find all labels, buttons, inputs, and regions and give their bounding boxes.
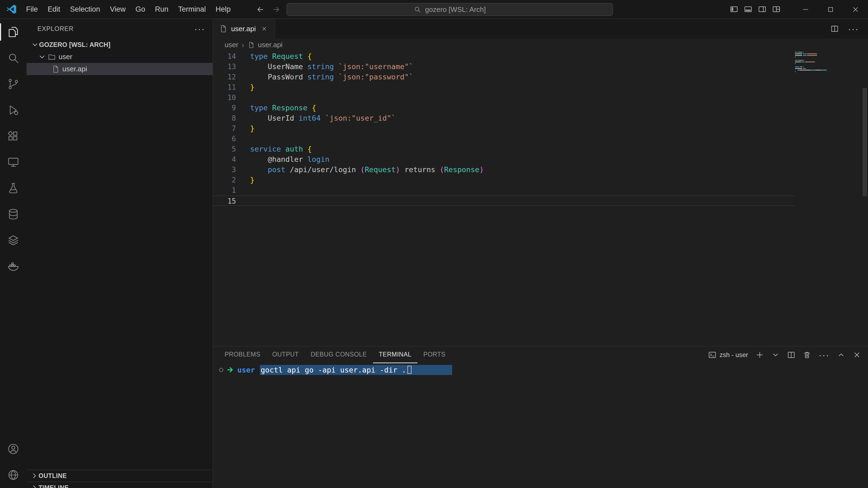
tree-item-label: user	[59, 53, 72, 61]
panel-tab-terminal[interactable]: TERMINAL	[373, 347, 417, 363]
toggle-sidebar-icon[interactable]	[727, 0, 741, 19]
code-line: 3 post /api/user/login (Request) returns…	[213, 165, 795, 175]
activity-layers-icon[interactable]	[0, 227, 27, 253]
activity-source-control-icon[interactable]	[0, 71, 27, 97]
file-icon	[248, 41, 255, 48]
close-panel-icon[interactable]	[853, 351, 861, 359]
breadcrumb-file[interactable]: user.api	[258, 41, 283, 49]
panel-tab-problems[interactable]: PROBLEMS	[219, 347, 267, 363]
panel-tab-output[interactable]: OUTPUT	[267, 347, 305, 363]
tree-item-user[interactable]: user	[27, 51, 213, 63]
panel-tab-debug-console[interactable]: DEBUG CONSOLE	[305, 347, 373, 363]
menu-go[interactable]: Go	[130, 0, 150, 19]
line-number: 2	[213, 175, 236, 185]
minimap[interactable]	[795, 52, 830, 76]
split-terminal-icon[interactable]	[787, 351, 795, 359]
menu-help[interactable]: Help	[211, 0, 236, 19]
activity-testing-icon[interactable]	[0, 175, 27, 201]
line-number: 15	[213, 196, 236, 205]
panel-tabs: PROBLEMSOUTPUTDEBUG CONSOLETERMINALPORTS	[219, 347, 452, 363]
tree-root-folder[interactable]: GOZERO [WSL: ARCH]	[27, 38, 213, 51]
file-tree: GOZERO [WSL: ARCH] useruser.api	[27, 38, 213, 469]
line-text: service auth {	[236, 144, 312, 154]
section-timeline[interactable]: TIMELINE	[27, 482, 213, 488]
editor-column: user.api ··· user › user.api 14type Requ…	[213, 19, 868, 488]
maximize-panel-chevron-icon[interactable]	[837, 351, 845, 359]
line-number: 11	[213, 82, 236, 93]
activity-database-icon[interactable]	[0, 201, 27, 227]
line-number: 12	[213, 72, 236, 82]
command-decoration-icon[interactable]	[219, 368, 223, 372]
minimap-row	[795, 65, 830, 66]
activity-globe-icon[interactable]	[0, 462, 27, 488]
line-number: 8	[213, 113, 236, 123]
menu-view[interactable]: View	[105, 0, 130, 19]
minimize-button[interactable]	[793, 0, 818, 19]
line-text: }	[236, 82, 254, 93]
minimap-row	[795, 60, 830, 61]
menu-selection[interactable]: Selection	[65, 0, 105, 19]
activity-account-icon[interactable]	[0, 436, 27, 462]
line-text: type Request {	[236, 51, 312, 62]
activity-search-icon[interactable]	[0, 45, 27, 71]
code-line: 10	[213, 93, 795, 103]
toggle-secondary-sidebar-icon[interactable]	[755, 0, 769, 19]
editor-scrollbar[interactable]	[863, 88, 867, 196]
customize-layout-icon[interactable]	[769, 0, 783, 19]
minimap-row	[795, 70, 830, 70]
line-number: 4	[213, 154, 236, 165]
panel-tab-ports[interactable]: PORTS	[417, 347, 452, 363]
terminal[interactable]: user goctl api go -api user.api -dir .	[213, 363, 868, 488]
activity-bar	[0, 19, 27, 488]
search-icon	[414, 6, 421, 13]
explorer-sidebar: EXPLORER ··· GOZERO [WSL: ARCH] useruser…	[27, 19, 213, 488]
forward-arrow-button[interactable]	[271, 3, 282, 15]
menu-terminal[interactable]: Terminal	[173, 0, 211, 19]
toggle-panel-icon[interactable]	[741, 0, 755, 19]
panel-more-actions-icon[interactable]: ···	[818, 352, 830, 358]
section-label: OUTLINE	[38, 472, 67, 480]
sidebar-more-actions-icon[interactable]: ···	[194, 26, 205, 31]
panel-actions: zsh - user ···	[708, 347, 861, 363]
code-line: 4 @handler login	[213, 154, 795, 165]
activity-run-debug-icon[interactable]	[0, 97, 27, 123]
activity-docker-icon[interactable]	[0, 253, 27, 279]
breadcrumb-folder[interactable]: user	[225, 41, 239, 49]
activity-remote-explorer-icon[interactable]	[0, 149, 27, 175]
chevron-down-icon	[31, 41, 39, 49]
maximize-button[interactable]	[818, 0, 843, 19]
tab-close-icon[interactable]	[259, 24, 269, 33]
code-editor[interactable]: 14type Request {13 UserName string `json…	[213, 51, 795, 206]
terminal-icon	[708, 351, 716, 359]
line-text: }	[236, 175, 254, 185]
minimap-row	[795, 73, 830, 74]
back-arrow-button[interactable]	[255, 3, 266, 15]
tree-item-user-api[interactable]: user.api	[27, 63, 213, 75]
line-number: 5	[213, 144, 236, 154]
minimap-row	[795, 54, 830, 54]
new-terminal-icon[interactable]	[756, 351, 764, 359]
terminal-shell-select[interactable]: zsh - user	[708, 351, 748, 359]
tab-user-api[interactable]: user.api	[213, 19, 275, 38]
menu-file[interactable]: File	[21, 0, 43, 19]
launch-profile-chevron-icon[interactable]	[771, 351, 780, 359]
chevron-down-icon	[38, 53, 46, 61]
minimap-row	[795, 66, 830, 67]
code-line: 11}	[213, 82, 795, 93]
line-text: }	[236, 123, 254, 134]
section-outline[interactable]: OUTLINE	[27, 469, 213, 482]
editor-more-actions-icon[interactable]: ···	[848, 26, 859, 31]
code-line: 1	[213, 185, 795, 195]
editor-tab-bar: user.api ···	[213, 19, 868, 38]
close-window-button[interactable]	[843, 0, 868, 19]
minimap-row	[795, 74, 830, 75]
kill-terminal-trash-icon[interactable]	[803, 351, 811, 359]
command-center-search[interactable]: gozero [WSL: Arch]	[286, 3, 613, 16]
split-editor-icon[interactable]	[831, 25, 839, 33]
breadcrumb-separator: ›	[242, 40, 244, 50]
menu-run[interactable]: Run	[150, 0, 173, 19]
line-number: 7	[213, 123, 236, 134]
activity-explorer-icon[interactable]	[0, 19, 27, 45]
activity-extensions-icon[interactable]	[0, 123, 27, 149]
menu-edit[interactable]: Edit	[43, 0, 65, 19]
